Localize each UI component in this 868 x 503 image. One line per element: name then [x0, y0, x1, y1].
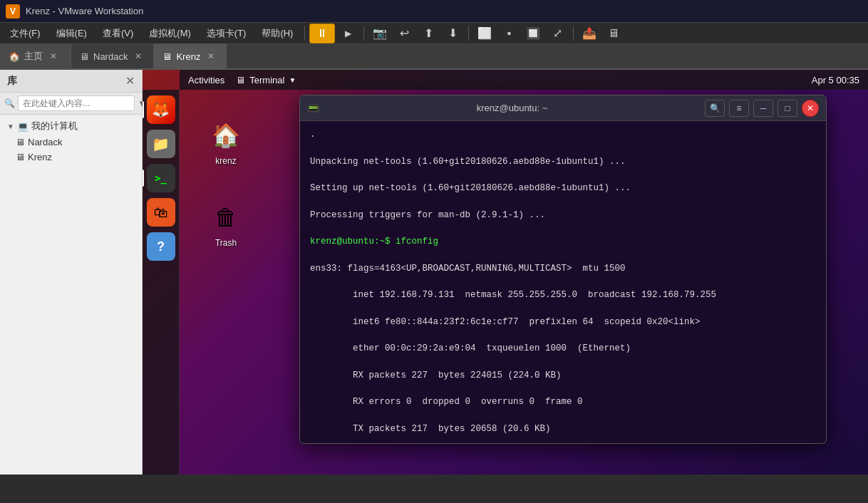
- terminal-line: Setting up net-tools (1.60+git20180626.a…: [310, 182, 816, 195]
- tab-bar: 🏠 主页 ✕ 🖥 Nardack ✕ 🖥 Krenz ✕: [0, 44, 868, 70]
- computer-icon: 💻: [17, 121, 29, 132]
- ubuntu-topbar: Activities 🖥 Terminal ▼ Apr 5 00:35: [180, 70, 868, 90]
- ubuntu-datetime: Apr 5 00:35: [812, 75, 859, 85]
- desktop-icon-trash[interactable]: 🗑 Trash: [201, 200, 251, 249]
- sidebar-tree: ▼ 💻 我的计算机 🖥 Nardack 🖥 Krenz: [0, 115, 142, 475]
- terminal-close-button[interactable]: ✕: [802, 100, 819, 117]
- menu-help[interactable]: 帮助(H): [254, 24, 300, 43]
- terminal-line: ens33: flags=4163<UP,BROADCAST,RUNNING,M…: [310, 262, 816, 276]
- stretch-button[interactable]: ⤢: [546, 24, 569, 43]
- activities-button[interactable]: Activities: [188, 75, 224, 85]
- sidebar-search-input[interactable]: [18, 95, 135, 111]
- close-tab-krenz[interactable]: ✕: [205, 50, 217, 63]
- power-button[interactable]: ▶: [336, 24, 359, 43]
- terminal-title-text: krenz@ubuntu: ~: [319, 103, 705, 113]
- toolbar-divider-3: [468, 26, 469, 41]
- toolbar-divider-4: [573, 26, 574, 41]
- close-tab-home[interactable]: ✕: [47, 50, 60, 63]
- close-tab-nardack[interactable]: ✕: [132, 50, 145, 63]
- taskbar-firefox[interactable]: 🦊: [147, 95, 175, 124]
- nardack-icon: 🖥: [16, 137, 25, 147]
- menu-vm[interactable]: 虚拟机(M): [142, 24, 198, 43]
- toolbar-divider-2: [363, 26, 364, 41]
- search-icon: 🔍: [4, 98, 15, 108]
- terminal-line: krenz@ubuntu:~$ ifconfig: [310, 235, 816, 249]
- terminal-maximize-button[interactable]: □: [777, 100, 797, 117]
- sidebar: 库 ✕ 🔍 ▼ ▼ 💻 我的计算机 🖥 Nardack 🖥 Krenz: [0, 70, 143, 475]
- terminal-line: ether 00:0c:29:2a:e9:04 txqueuelen 1000 …: [310, 342, 816, 356]
- tab-krenz[interactable]: 🖥 Krenz ✕: [154, 43, 227, 69]
- terminal-content[interactable]: .Unpacking net-tools (1.60+git20180626.a…: [300, 121, 826, 443]
- krenz-folder-icon: 🏠: [209, 118, 243, 152]
- menu-file[interactable]: 文件(F): [3, 24, 48, 43]
- krenz-icon-label: krenz: [212, 155, 239, 167]
- fit-button[interactable]: ▪: [497, 24, 520, 43]
- desktop-icon-krenz[interactable]: 🏠 krenz: [201, 118, 251, 167]
- tab-home[interactable]: 🏠 主页 ✕: [0, 43, 71, 69]
- krenz-vm-icon: 🖥: [162, 51, 172, 62]
- fullscreen-button[interactable]: ⬜: [473, 24, 496, 43]
- terminal-window: 📟 krenz@ubuntu: ~ 🔍 ≡ ─ □ ✕ .Unpacking n…: [299, 95, 827, 444]
- vmware-icon: V: [6, 4, 20, 19]
- sidebar-item-krenz[interactable]: 🖥 Krenz: [11, 150, 139, 165]
- sidebar-item-nardack[interactable]: 🖥 Nardack: [11, 135, 139, 150]
- pause-button[interactable]: ⏸: [309, 24, 335, 43]
- terminal-menu-button[interactable]: ≡: [729, 100, 749, 117]
- ubuntu-desktop[interactable]: Activities 🖥 Terminal ▼ Apr 5 00:35 🦊 📁 …: [143, 70, 868, 475]
- menu-tab[interactable]: 选项卡(T): [200, 24, 254, 43]
- menu-bar: 文件(F) 编辑(E) 查看(V) 虚拟机(M) 选项卡(T) 帮助(H) ⏸ …: [0, 23, 868, 44]
- tab-nardack[interactable]: 🖥 Nardack ✕: [71, 43, 154, 69]
- terminal-line: Processing triggers for man-db (2.9.1-1)…: [310, 209, 816, 222]
- toolbar-divider-1: [304, 26, 305, 41]
- tab-nardack-label: Nardack: [93, 51, 128, 62]
- terminal-titlebar: 📟 krenz@ubuntu: ~ 🔍 ≡ ─ □ ✕: [300, 95, 826, 121]
- sidebar-tree-root[interactable]: ▼ 💻 我的计算机: [3, 118, 139, 135]
- terminal-line: TX packets 217 bytes 20658 (20.6 KB): [310, 422, 816, 436]
- download-button[interactable]: ⬇: [441, 24, 464, 43]
- sidebar-tree-group: 🖥 Nardack 🖥 Krenz: [3, 135, 139, 165]
- snapshot-button[interactable]: 📷: [368, 24, 391, 43]
- terminal-line: .: [310, 128, 816, 142]
- menu-edit[interactable]: 编辑(E): [49, 24, 94, 43]
- taskbar-help[interactable]: ?: [147, 232, 175, 261]
- terminal-title-icon: 📟: [307, 103, 319, 114]
- sidebar-close-button[interactable]: ✕: [125, 74, 135, 88]
- terminal-line: inet6 fe80::844a:23f2:6c1e:cf77 prefixle…: [310, 316, 816, 329]
- unity-button[interactable]: 🔲: [522, 24, 544, 43]
- main-area: 库 ✕ 🔍 ▼ ▼ 💻 我的计算机 🖥 Nardack 🖥 Krenz: [0, 70, 868, 475]
- terminal-controls: 🔍 ≡ ─ □ ✕: [705, 100, 819, 117]
- taskbar-appstore[interactable]: 🛍: [147, 198, 175, 227]
- tab-krenz-label: Krenz: [176, 51, 200, 62]
- taskbar-files[interactable]: 📁: [147, 130, 175, 158]
- send-button[interactable]: 📤: [578, 24, 601, 43]
- vm-display: Activities 🖥 Terminal ▼ Apr 5 00:35 🦊 📁 …: [143, 70, 868, 475]
- taskbar-terminal[interactable]: >_: [147, 164, 175, 192]
- trash-icon-label: Trash: [212, 237, 239, 249]
- title-bar: V Krenz - VMware Workstation: [0, 0, 868, 23]
- revert-button[interactable]: ↩: [393, 24, 415, 43]
- sidebar-nardack-label: Nardack: [28, 137, 62, 147]
- terminal-search-button[interactable]: 🔍: [705, 100, 725, 117]
- upload-button[interactable]: ⬆: [417, 24, 440, 43]
- terminal-minimize-button[interactable]: ─: [753, 100, 773, 117]
- terminal-line: RX errors 0 dropped 0 overruns 0 frame 0: [310, 395, 816, 409]
- terminal-line: Unpacking net-tools (1.60+git20180626.ae…: [310, 155, 816, 169]
- ubuntu-taskbar: 🦊 📁 >_ 🛍 ?: [143, 90, 180, 475]
- menu-view[interactable]: 查看(V): [95, 24, 140, 43]
- display-button[interactable]: 🖥: [602, 24, 625, 43]
- terminal-line: RX packets 227 bytes 224015 (224.0 KB): [310, 369, 816, 383]
- terminal-topbar-icon: 🖥: [236, 75, 245, 85]
- sidebar-krenz-label: Krenz: [28, 152, 52, 162]
- nardack-vm-icon: 🖥: [80, 51, 89, 62]
- home-icon: 🏠: [9, 51, 20, 62]
- krenz-icon: 🖥: [16, 152, 25, 162]
- sidebar-search-area: 🔍 ▼: [0, 93, 142, 115]
- trash-folder-icon: 🗑: [209, 200, 243, 234]
- expand-icon: ▼: [7, 123, 14, 130]
- tab-home-label: 主页: [24, 50, 43, 63]
- terminal-topbar-item[interactable]: 🖥 Terminal ▼: [236, 75, 296, 85]
- terminal-line: inet 192.168.79.131 netmask 255.255.255.…: [310, 289, 816, 302]
- sidebar-header: 库 ✕: [0, 70, 142, 93]
- window-title: Krenz - VMware Workstation: [26, 6, 862, 16]
- sidebar-title: 库: [7, 75, 17, 88]
